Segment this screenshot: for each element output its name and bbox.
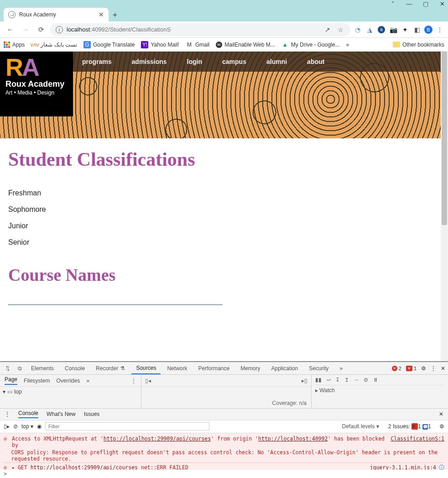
subtab-page[interactable]: Page: [5, 376, 17, 385]
reload-button[interactable]: ⟳: [35, 23, 47, 36]
console-sidebar-icon[interactable]: ▯▸: [4, 423, 10, 430]
tabs-overflow[interactable]: »: [335, 362, 348, 374]
msg-text: GET: [18, 464, 31, 470]
step-into-icon[interactable]: ↧: [335, 377, 340, 383]
bookmark-item[interactable]: Y!Yahoo Mail!: [141, 41, 179, 48]
console-settings-icon[interactable]: ⚙: [439, 423, 444, 430]
drawer-close-icon[interactable]: ✕: [439, 411, 443, 417]
inspect-element-icon[interactable]: ⮁: [3, 365, 13, 372]
deactivate-bp-icon[interactable]: ⊘: [364, 377, 368, 383]
apps-shortcut[interactable]: Apps: [4, 42, 25, 48]
bookmark-item[interactable]: vʌvتست بابک شعار: [31, 41, 77, 48]
device-toggle-icon[interactable]: ⧉: [15, 365, 25, 372]
back-button[interactable]: ←: [4, 23, 16, 36]
issues-summary[interactable]: 2 Issues: ✕1 💬1: [388, 423, 431, 430]
course-input[interactable]: [8, 296, 223, 305]
subtab-filesystem[interactable]: Filesystem: [24, 378, 50, 384]
panel-icon[interactable]: ◧: [412, 25, 422, 34]
bookmark-item[interactable]: ▲My Drive - Google...: [281, 41, 340, 48]
info-icon[interactable]: ⓘ: [439, 464, 444, 470]
bookmark-item[interactable]: GGoogle Translate: [83, 41, 135, 48]
tab-console[interactable]: Console: [60, 362, 89, 374]
clear-console-icon[interactable]: ⊘: [13, 423, 18, 430]
drawer-tab-console[interactable]: Console: [18, 410, 38, 418]
scrollbar-thumb[interactable]: [442, 52, 447, 225]
extension-icon-1[interactable]: ◔: [353, 25, 362, 34]
logo-tagline: Art • Media • Design: [5, 89, 68, 96]
step-over-icon[interactable]: ⤻: [326, 377, 331, 383]
console-filter-input[interactable]: [45, 422, 209, 431]
tab-close-icon[interactable]: ✕: [99, 11, 104, 18]
pause-icon[interactable]: ▮▮: [315, 377, 322, 383]
tab-recorder[interactable]: Recorder ⚗: [91, 362, 130, 374]
context-selector[interactable]: top ▾: [21, 423, 33, 430]
tab-network[interactable]: Network: [162, 362, 192, 374]
nav-alumni[interactable]: alumni: [266, 58, 287, 65]
error-box-badge[interactable]: ✕1: [406, 366, 417, 371]
subtabs-overflow[interactable]: »: [86, 378, 89, 384]
site-logo[interactable]: RA Roux Academy Art • Media • Design: [0, 52, 73, 116]
window-restore[interactable]: ▢: [422, 1, 429, 7]
bookmark-star-icon[interactable]: ☆: [336, 25, 345, 34]
tab-application[interactable]: Application: [267, 362, 303, 374]
chrome-menu-icon[interactable]: ⋮: [435, 25, 444, 34]
nav-admissions[interactable]: admissions: [132, 58, 167, 65]
nav-login[interactable]: login: [187, 58, 202, 65]
site-info-icon[interactable]: i: [56, 26, 63, 33]
extension-icon-3[interactable]: a: [377, 25, 386, 34]
browser-tab[interactable]: Roux Academy ✕: [4, 8, 109, 21]
step-out-icon[interactable]: ↥: [344, 377, 349, 383]
live-expr-icon[interactable]: ◉: [37, 423, 42, 430]
expand-arrow-icon[interactable]: ▸: [12, 464, 15, 470]
profile-avatar[interactable]: B: [424, 26, 432, 34]
window-minimize[interactable]: —: [406, 1, 412, 7]
tab-sources[interactable]: Sources: [131, 362, 161, 374]
devtools-menu-icon[interactable]: ⋮: [431, 365, 436, 372]
msg-url[interactable]: http://localhost:29909/api/courses: [104, 436, 211, 442]
bookmark-item[interactable]: ✉MailEnable Web M...: [216, 42, 275, 48]
share-icon[interactable]: ↗: [323, 25, 332, 34]
nav-programs[interactable]: programs: [82, 58, 112, 65]
pause-exceptions-icon[interactable]: ⏸: [373, 377, 378, 383]
prev-frame-icon[interactable]: ▯◂: [145, 378, 151, 384]
bookmarks-overflow[interactable]: »: [346, 42, 349, 48]
tree-caret-icon[interactable]: ▾: [3, 389, 5, 395]
step-icon[interactable]: →: [354, 377, 359, 383]
tab-performance[interactable]: Performance: [193, 362, 234, 374]
console-prompt[interactable]: >: [0, 470, 448, 478]
msg-source-link[interactable]: jquery-3.1.1.min.js:4: [370, 464, 436, 470]
drawer-tab-issues[interactable]: Issues: [84, 411, 100, 417]
nav-campus[interactable]: campus: [222, 58, 246, 65]
console-message: ⊘ ▸ GET http://localhost:29909/api/cours…: [4, 462, 444, 470]
nav-about[interactable]: about: [307, 58, 324, 65]
msg-url[interactable]: http://localhost:40992: [258, 436, 328, 442]
new-tab-button[interactable]: +: [109, 9, 121, 21]
address-bar[interactable]: i localhost:40992/Student/Classification…: [50, 23, 350, 36]
other-bookmarks[interactable]: Other bookmarks: [393, 42, 444, 48]
tab-memory[interactable]: Memory: [236, 362, 265, 374]
drawer-menu-icon[interactable]: ⋮: [5, 411, 10, 417]
error-count-badge[interactable]: ✕2: [392, 366, 401, 371]
forward-button[interactable]: →: [19, 23, 32, 36]
devtools-close-icon[interactable]: ✕: [441, 365, 445, 372]
camera-icon[interactable]: 📷: [389, 25, 398, 34]
scrollbar-track[interactable]: [441, 52, 448, 361]
bookmark-item[interactable]: MGmail: [186, 41, 209, 48]
devtools-panel: ⮁ ⧉ Elements Console Recorder ⚗ Sources …: [0, 361, 448, 478]
msg-source-link[interactable]: ClassificationS:1: [391, 436, 444, 442]
settings-gear-icon[interactable]: ⚙: [421, 365, 426, 372]
extensions-puzzle-icon[interactable]: ✦: [401, 25, 410, 34]
subtab-overrides[interactable]: Overrides: [56, 378, 80, 384]
next-frame-icon[interactable]: ▸▯: [302, 378, 307, 384]
extension-icon-2[interactable]: ◮: [365, 25, 374, 34]
drawer-tab-whatsnew[interactable]: What's New: [47, 411, 76, 417]
window-close[interactable]: ✕: [439, 1, 445, 7]
msg-url[interactable]: http://localhost:29909/api/courses: [31, 464, 138, 470]
file-tree[interactable]: ▾▭top: [0, 387, 141, 408]
tab-elements[interactable]: Elements: [26, 362, 58, 374]
tab-security[interactable]: Security: [304, 362, 333, 374]
watch-caret-icon[interactable]: ▸: [315, 387, 318, 394]
log-levels-selector[interactable]: Default levels ▾: [342, 423, 379, 430]
navigator-menu-icon[interactable]: ⋮: [131, 378, 136, 384]
window-caret[interactable]: ˅: [390, 1, 396, 7]
